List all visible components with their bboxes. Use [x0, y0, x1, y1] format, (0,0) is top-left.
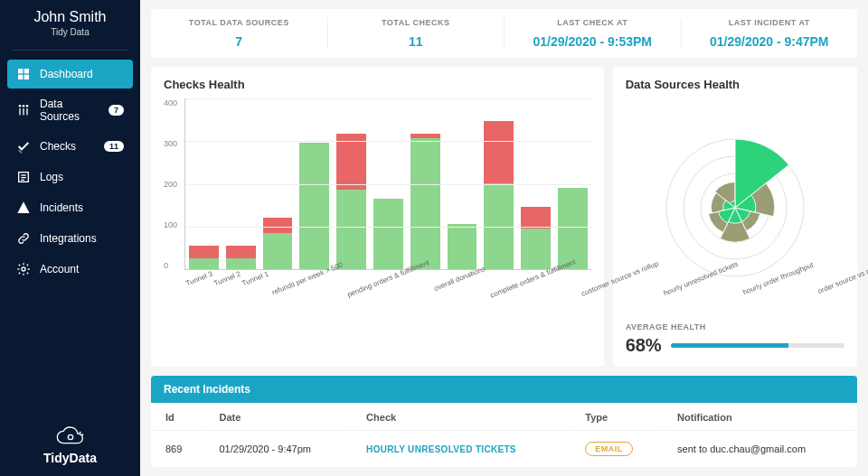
nav: Dashboard Data Sources 7 Checks 11 Logs … [0, 56, 140, 287]
sidebar-item-logs[interactable]: Logs [7, 163, 133, 191]
kpi-value: 01/29/2020 - 9:53PM [505, 34, 681, 49]
col-type: Type [572, 405, 663, 431]
svg-point-4 [19, 105, 22, 107]
kpi-title: LAST CHECK AT [505, 18, 681, 27]
brand-logo: TidyData [43, 425, 97, 465]
sidebar-item-label: Checks [40, 140, 95, 153]
sidebar-item-label: Data Sources [40, 98, 99, 123]
x-axis-label: complete orders & fulfillment [487, 269, 579, 332]
col-check: Check [354, 405, 571, 431]
sidebar-item-integrations[interactable]: Integrations [7, 224, 133, 253]
incidents-table: Id Date Check Type Notification 869 01/2… [151, 403, 857, 467]
plot-area: Tunnel 3Tunnel 2Tunnel 1refunds per week… [184, 98, 591, 270]
x-axis-label: Tunnel 2 [213, 269, 241, 332]
cell-notification: sent to duc.chau@gmail.com [665, 433, 855, 465]
user-name: John Smith [13, 9, 127, 25]
charts-row: Checks Health 4003002001000 Tunnel 3Tunn… [151, 67, 857, 367]
table-row[interactable]: 869 01/29/2020 - 9:47pm HOURLY UNRESOLVE… [153, 433, 855, 465]
main-content: TOTAL DATA SOURCES 7 TOTAL CHECKS 11 LAS… [140, 0, 868, 476]
sidebar-item-account[interactable]: Account [7, 255, 133, 284]
x-axis-label: hourly order throughput [741, 269, 816, 332]
kpi-total-data-sources: TOTAL DATA SOURCES 7 [151, 18, 328, 49]
avg-health-value: 68% [626, 335, 662, 356]
kpi-value: 01/29/2020 - 9:47PM [682, 34, 858, 49]
sidebar-item-label: Logs [40, 171, 124, 183]
sources-icon [16, 103, 31, 117]
svg-point-5 [23, 105, 25, 107]
type-pill: EMAIL [585, 442, 633, 456]
svg-point-15 [68, 434, 72, 439]
brand-name: TidyData [43, 451, 97, 465]
badge: 7 [108, 105, 124, 116]
x-axis-label: Tunnel 3 [185, 269, 213, 332]
cell-date: 01/29/2020 - 9:47pm [206, 433, 352, 465]
svg-rect-0 [18, 69, 23, 73]
kpi-last-incident-at: LAST INCIDENT AT 01/29/2020 - 9:47PM [682, 18, 858, 49]
kpi-total-checks: TOTAL CHECKS 11 [328, 18, 505, 49]
sidebar: John Smith Tidy Data Dashboard Data Sour… [0, 0, 140, 476]
kpi-row: TOTAL DATA SOURCES 7 TOTAL CHECKS 11 LAS… [151, 9, 857, 58]
svg-point-6 [26, 105, 29, 107]
avg-health-progress [671, 343, 844, 348]
col-date: Date [206, 405, 352, 431]
x-axis-label: hourly unresolved tickets [661, 269, 741, 332]
col-notification: Notification [665, 405, 855, 431]
y-axis: 4003002001000 [164, 98, 184, 270]
sidebar-header: John Smith Tidy Data [0, 0, 140, 44]
svg-point-16 [79, 432, 80, 434]
kpi-title: TOTAL DATA SOURCES [151, 18, 327, 27]
cell-type: EMAIL [572, 433, 663, 465]
kpi-value: 11 [328, 34, 505, 49]
sidebar-item-data-sources[interactable]: Data Sources 7 [7, 90, 133, 130]
svg-point-14 [22, 267, 25, 271]
recent-incidents-card: Recent Incidents Id Date Check Type Noti… [151, 376, 857, 467]
badge: 11 [104, 141, 124, 152]
cell-id: 869 [153, 433, 204, 465]
svg-rect-2 [18, 75, 23, 79]
x-axis-label: Tunnel 1 [241, 269, 269, 332]
checks-icon [16, 139, 31, 154]
sidebar-item-label: Dashboard [40, 68, 124, 80]
card-title: Data Sources Health [626, 78, 844, 91]
gear-icon [16, 262, 31, 276]
x-axis-label: pending orders & fulfillment [344, 269, 432, 332]
kpi-title: LAST INCIDENT AT [682, 18, 858, 27]
org-name: Tidy Data [13, 27, 127, 37]
alert-icon [16, 201, 31, 215]
x-axis-label: overall donations [432, 269, 486, 332]
card-title: Checks Health [164, 78, 591, 91]
sidebar-item-label: Integrations [40, 232, 124, 245]
x-axis-label: refunds per week > 500 [269, 269, 345, 332]
sidebar-footer: TidyData [0, 415, 140, 476]
checks-health-chart: 4003002001000 Tunnel 3Tunnel 2Tunnel 1re… [164, 98, 591, 356]
svg-rect-3 [24, 75, 29, 79]
sidebar-item-dashboard[interactable]: Dashboard [7, 60, 133, 89]
x-axis-label: order source vs rollup [816, 269, 868, 332]
kpi-title: TOTAL CHECKS [328, 18, 505, 27]
svg-rect-7 [19, 108, 20, 115]
dashboard-icon [16, 67, 31, 81]
svg-rect-1 [24, 69, 29, 73]
cell-check: HOURLY UNRESOLVED TICKETS [354, 433, 571, 465]
logs-icon [16, 170, 31, 184]
kpi-value: 7 [151, 34, 327, 49]
svg-rect-8 [23, 108, 24, 115]
svg-rect-9 [26, 108, 27, 115]
sidebar-item-incidents[interactable]: Incidents [7, 193, 133, 222]
check-link[interactable]: HOURLY UNRESOLVED TICKETS [366, 444, 516, 454]
recent-incidents-header: Recent Incidents [151, 376, 857, 403]
sidebar-item-checks[interactable]: Checks 11 [7, 132, 133, 161]
sidebar-item-label: Account [40, 263, 124, 275]
col-id: Id [153, 405, 204, 431]
kpi-last-check-at: LAST CHECK AT 01/29/2020 - 9:53PM [505, 18, 682, 49]
x-axis-label: customer source vs rollup [579, 269, 661, 332]
link-icon [16, 231, 31, 246]
checks-health-card: Checks Health 4003002001000 Tunnel 3Tunn… [151, 67, 604, 367]
cloud-icon [52, 425, 89, 449]
sidebar-item-label: Incidents [40, 201, 124, 214]
divider [13, 50, 127, 51]
svg-point-17 [81, 434, 83, 435]
